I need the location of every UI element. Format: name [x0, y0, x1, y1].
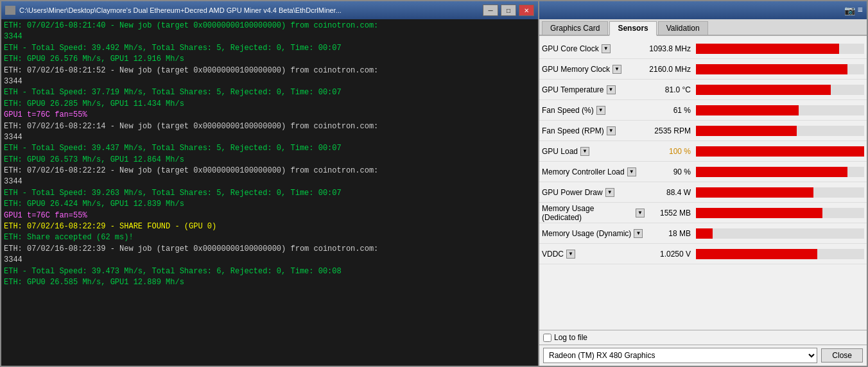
- sensor-value: 2160.0 MHz: [645, 65, 696, 74]
- terminal-title: C:\Users\Miner\Desktop\Claymore's Dual E…: [19, 6, 482, 14]
- sensor-dropdown-button[interactable]: ▼: [634, 229, 643, 238]
- sensor-bar: [696, 167, 847, 177]
- terminal-line: 3344: [4, 76, 535, 87]
- sensor-dropdown-button[interactable]: ▼: [566, 250, 575, 259]
- terminal-titlebar: C:\Users\Miner\Desktop\Claymore's Dual E…: [1, 1, 538, 19]
- sensor-row: Memory Usage (Dynamic)▼18 MB: [539, 223, 867, 244]
- sensor-label: GPU Memory Clock▼: [542, 65, 645, 74]
- terminal-line: 3344: [4, 31, 535, 42]
- sensor-bar-container: [696, 105, 864, 115]
- sensor-label: GPU Load▼: [542, 147, 645, 156]
- sensor-bar-container: [696, 85, 864, 95]
- terminal-line: ETH: GPU0 26.585 Mh/s, GPU1 12.889 Mh/s: [4, 277, 535, 288]
- gpu-selector-row: Radeon (TM) RX 480 Graphics Close: [539, 345, 867, 366]
- close-terminal-button[interactable]: ✕: [519, 4, 534, 16]
- sensor-value: 1.0250 V: [645, 250, 696, 259]
- terminal-line: ETH - Total Speed: 39.473 Mh/s, Total Sh…: [4, 266, 535, 277]
- tab-graphics-card[interactable]: Graphics Card: [542, 21, 608, 35]
- sensor-label: Memory Controller Load▼: [542, 167, 645, 176]
- camera-icon[interactable]: 📷: [844, 5, 855, 16]
- sensor-dropdown-button[interactable]: ▼: [605, 188, 614, 197]
- terminal-line: ETH - Total Speed: 39.263 Mh/s, Total Sh…: [4, 188, 535, 199]
- tabs-container: Graphics CardSensorsValidation: [539, 19, 867, 36]
- sensor-label: GPU Power Draw▼: [542, 188, 645, 197]
- sensor-value: 18 MB: [645, 229, 696, 238]
- sensor-row: GPU Power Draw▼88.4 W: [539, 182, 867, 203]
- terminal-line: 3344: [4, 176, 535, 187]
- sensor-dropdown-button[interactable]: ▼: [636, 209, 645, 218]
- sensor-row: Memory Controller Load▼90 %: [539, 162, 867, 182]
- sensor-value: 1093.8 MHz: [645, 44, 696, 53]
- terminal-line: 3344: [4, 255, 535, 266]
- terminal-line: ETH: GPU0 26.424 Mh/s, GPU1 12.839 Mh/s: [4, 199, 535, 210]
- terminal-line: GPU1 t=76C fan=55%: [4, 210, 535, 221]
- gpu-select[interactable]: Radeon (TM) RX 480 Graphics: [543, 348, 817, 363]
- sensor-bar-container: [696, 228, 864, 239]
- sensor-dropdown-button[interactable]: ▼: [612, 65, 621, 74]
- sensor-row: Fan Speed (RPM)▼2535 RPM: [539, 121, 867, 141]
- sensors-list: GPU Core Clock▼1093.8 MHzGPU Memory Cloc…: [539, 36, 867, 330]
- log-checkbox[interactable]: [543, 334, 551, 342]
- sensor-bar: [696, 64, 847, 74]
- terminal-line: ETH - Total Speed: 37.719 Mh/s, Total Sh…: [4, 87, 535, 98]
- sensor-bar: [696, 187, 813, 198]
- minimize-button[interactable]: ─: [483, 4, 498, 16]
- sensor-dropdown-button[interactable]: ▼: [607, 126, 616, 135]
- sensor-bar-container: [696, 167, 864, 177]
- terminal-line: ETH: Share accepted (62 ms)!: [4, 232, 535, 243]
- gpu-footer: Log to file: [539, 330, 867, 345]
- sensor-dropdown-button[interactable]: ▼: [596, 106, 605, 115]
- sensor-row: VDDC▼1.0250 V: [539, 244, 867, 264]
- sensor-label: Fan Speed (%)▼: [542, 106, 645, 115]
- sensor-bar: [696, 146, 864, 157]
- terminal-line: ETH: 07/02/16-08:21:40 - New job (target…: [4, 21, 535, 31]
- sensor-bar: [696, 208, 822, 218]
- sensor-dropdown-button[interactable]: ▼: [602, 44, 611, 53]
- sensor-label: GPU Core Clock▼: [542, 44, 645, 53]
- terminal-line: ETH: 07/02/16-08:21:52 - New job (target…: [4, 65, 535, 76]
- sensor-bar: [696, 105, 799, 115]
- terminal-line: ETH - Total Speed: 39.492 Mh/s, Total Sh…: [4, 43, 535, 54]
- sensor-bar-container: [696, 187, 864, 198]
- terminal-line: ETH: GPU0 26.573 Mh/s, GPU1 12.864 Mh/s: [4, 155, 535, 166]
- menu-icon[interactable]: ≡: [858, 5, 863, 15]
- sensor-value: 1552 MB: [645, 209, 696, 218]
- terminal-line: ETH: 07/02/16-08:22:29 - SHARE FOUND - (…: [4, 221, 535, 232]
- sensor-value: 81.0 °C: [645, 85, 696, 94]
- sensor-value: 61 %: [645, 106, 696, 115]
- sensor-row: GPU Core Clock▼1093.8 MHz: [539, 38, 867, 59]
- tab-validation[interactable]: Validation: [658, 21, 708, 35]
- terminal-line: 3344: [4, 132, 535, 143]
- terminal-panel: C:\Users\Miner\Desktop\Claymore's Dual E…: [0, 0, 539, 367]
- sensor-bar-container: [696, 208, 864, 218]
- sensor-bar: [696, 249, 817, 259]
- sensor-bar: [696, 44, 839, 54]
- sensor-dropdown-button[interactable]: ▼: [607, 85, 616, 94]
- terminal-content[interactable]: ETH: 07/02/16-08:21:40 - New job (target…: [1, 19, 538, 366]
- terminal-line: ETH: 07/02/16-08:22:39 - New job (target…: [4, 244, 535, 255]
- sensor-row: GPU Load▼100 %: [539, 141, 867, 162]
- close-button[interactable]: Close: [821, 348, 863, 363]
- sensor-bar-container: [696, 64, 864, 74]
- sensor-label: GPU Temperature▼: [542, 85, 645, 94]
- terminal-line: ETH - Total Speed: 39.437 Mh/s, Total Sh…: [4, 143, 535, 154]
- sensor-dropdown-button[interactable]: ▼: [580, 147, 589, 156]
- sensor-dropdown-button[interactable]: ▼: [627, 167, 636, 176]
- sensor-value: 100 %: [645, 147, 696, 156]
- sensor-bar: [696, 126, 797, 136]
- sensor-value: 90 %: [645, 167, 696, 176]
- terminal-line: ETH: GPU0 26.576 Mh/s, GPU1 12.916 Mh/s: [4, 54, 535, 65]
- log-label: Log to file: [554, 333, 587, 342]
- sensor-value: 88.4 W: [645, 188, 696, 197]
- sensor-bar-container: [696, 146, 864, 157]
- tab-sensors[interactable]: Sensors: [609, 21, 656, 36]
- terminal-icon: [5, 6, 15, 15]
- terminal-line: ETH: GPU0 26.285 Mh/s, GPU1 11.434 Mh/s: [4, 99, 535, 110]
- sensor-row: Fan Speed (%)▼61 %: [539, 100, 867, 121]
- sensor-bar-container: [696, 44, 864, 54]
- sensor-bar: [696, 85, 831, 95]
- maximize-button[interactable]: □: [501, 4, 516, 16]
- sensor-bar-container: [696, 249, 864, 259]
- sensor-row: Memory Usage (Dedicated)▼1552 MB: [539, 203, 867, 223]
- sensor-row: GPU Temperature▼81.0 °C: [539, 80, 867, 100]
